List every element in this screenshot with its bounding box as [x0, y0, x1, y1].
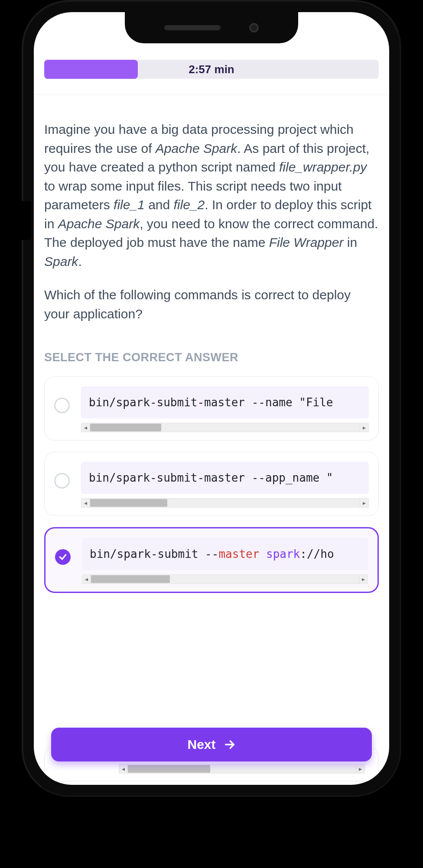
scroll-left-icon[interactable]: ◂ [81, 499, 90, 507]
scroll-thumb[interactable] [128, 765, 210, 773]
radio-unselected-icon [54, 398, 70, 413]
question-em: file_1 [114, 198, 145, 212]
next-button-label: Next [187, 737, 215, 752]
scroll-left-icon[interactable]: ◂ [119, 764, 128, 773]
horizontal-scrollbar[interactable]: ◂ ▸ [119, 764, 365, 774]
horizontal-scrollbar[interactable]: ◂ ▸ [81, 498, 369, 508]
radio-unselected-icon [54, 473, 70, 489]
screen: 2:57 min Imagine you have a big data pro… [34, 12, 389, 785]
scroll-right-icon[interactable]: ▸ [360, 499, 368, 507]
code-container: bin/spark-submit --master spark://ho ◂ ▸ [82, 538, 368, 584]
phone-frame: 2:57 min Imagine you have a big data pro… [22, 0, 401, 797]
question-text: Imagine you have a big data processing p… [44, 120, 379, 323]
question-prompt: Which of the following commands is corre… [44, 285, 379, 323]
phone-notch [125, 12, 298, 43]
next-button[interactable]: Next [51, 728, 372, 761]
code-container: bin/spark-submit-master --name "File ◂ ▸ [81, 386, 369, 432]
scroll-thumb[interactable] [91, 575, 170, 583]
code-snippet: bin/spark-submit-master --app_name " [81, 462, 369, 494]
code-keyword: spark [266, 547, 300, 560]
question-em: Apache Spark [58, 217, 140, 231]
code-snippet: bin/spark-submit --master spark://ho [82, 538, 368, 570]
answer-option-selected[interactable]: bin/spark-submit --master spark://ho ◂ ▸ [44, 527, 379, 593]
question-text-part: in [343, 235, 357, 249]
scroll-right-icon[interactable]: ▸ [360, 423, 368, 432]
phone-side-button [20, 201, 31, 240]
progress-bar: 2:57 min [44, 60, 379, 79]
question-em: file_2 [174, 198, 205, 212]
code-text: bin/spark-submit -- [90, 547, 218, 560]
code-text [259, 547, 266, 560]
radio-selected-icon [55, 549, 71, 565]
question-text-part: . [78, 254, 81, 269]
front-camera [249, 23, 259, 32]
scroll-right-icon[interactable]: ▸ [356, 764, 364, 773]
scroll-thumb[interactable] [90, 424, 161, 431]
options-list: bin/spark-submit-master --name "File ◂ ▸ [44, 376, 379, 593]
question-text-part: and [145, 198, 174, 212]
scroll-thumb[interactable] [90, 499, 167, 507]
answer-option[interactable]: bin/spark-submit-master --app_name " ◂ ▸ [44, 452, 379, 516]
progress-time-label: 2:57 min [44, 60, 379, 79]
code-text: ://ho [300, 547, 334, 560]
section-label: SELECT THE CORRECT ANSWER [44, 351, 379, 364]
divider [34, 94, 389, 95]
scroll-right-icon[interactable]: ▸ [359, 575, 368, 583]
question-em: Apache Spark [156, 141, 237, 155]
scroll-left-icon[interactable]: ◂ [82, 575, 91, 583]
code-snippet: bin/spark-submit-master --name "File [81, 386, 369, 418]
horizontal-scrollbar[interactable]: ◂ ▸ [81, 423, 369, 432]
question-em: File Wrapper [269, 235, 344, 249]
check-icon [59, 553, 67, 561]
code-container: bin/spark-submit-master --app_name " ◂ ▸ [81, 462, 369, 508]
question-em: Spark [44, 254, 78, 269]
code-keyword: master [218, 547, 259, 560]
answer-option[interactable]: bin/spark-submit-master --name "File ◂ ▸ [44, 376, 379, 440]
speaker-grille [164, 25, 221, 30]
question-em: file_wrapper.py [279, 160, 367, 174]
horizontal-scrollbar[interactable]: ◂ ▸ [82, 574, 368, 584]
arrow-right-icon [224, 738, 236, 751]
scroll-left-icon[interactable]: ◂ [81, 423, 90, 432]
